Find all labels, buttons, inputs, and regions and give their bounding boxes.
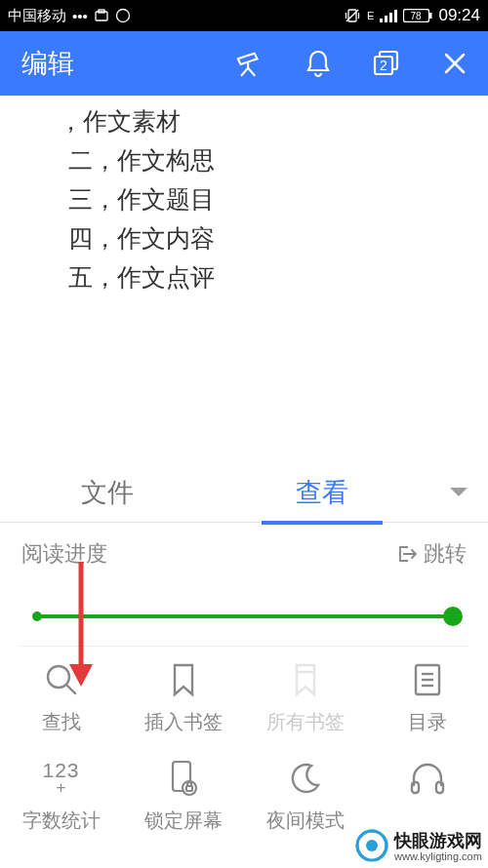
telescope-icon[interactable] <box>234 48 265 79</box>
battery-icon: 78 <box>403 9 432 22</box>
svg-text:2: 2 <box>380 58 387 73</box>
screenshot-icon <box>94 8 109 23</box>
svg-line-15 <box>242 68 249 76</box>
svg-rect-10 <box>394 10 397 22</box>
content-line: 四，作文内容 <box>68 218 488 257</box>
grid-word-count[interactable]: 123 + 字数统计 <box>0 759 122 834</box>
close-icon[interactable] <box>439 48 470 79</box>
tools-grid: 查找 插入书签 所有书签 目录 123 + 字数统计 <box>0 647 488 834</box>
grid-toc-label: 目录 <box>408 709 447 735</box>
list-icon <box>408 660 447 699</box>
grid-night-mode-label: 夜间模式 <box>266 808 345 834</box>
grid-headphones[interactable] <box>366 759 488 834</box>
content-line: 二，作文构思 <box>68 140 488 179</box>
grid-lock-screen[interactable]: 锁定屏幕 <box>122 759 244 834</box>
headphones-icon <box>408 759 447 798</box>
compass-icon <box>115 8 131 23</box>
lock-screen-icon <box>164 759 203 798</box>
tab-view[interactable]: 查看 <box>215 475 429 510</box>
watermark-logo-icon <box>355 829 388 862</box>
windows-icon[interactable]: 2 <box>371 48 402 79</box>
content-line: ，作文素材 <box>59 101 488 140</box>
svg-line-23 <box>67 686 75 693</box>
jump-label: 跳转 <box>424 539 467 569</box>
svg-rect-33 <box>436 782 443 793</box>
tab-collapse-icon[interactable] <box>429 486 488 499</box>
reading-progress-row: 阅读进度 跳转 <box>0 523 488 585</box>
grid-toc[interactable]: 目录 <box>366 660 488 735</box>
bookmark-icon <box>164 660 203 699</box>
watermark-url: www.kyligting.com <box>394 850 482 862</box>
slider-track <box>35 614 453 618</box>
bell-icon[interactable] <box>303 48 334 79</box>
svg-point-37 <box>366 840 378 851</box>
jump-button[interactable]: 跳转 <box>396 539 467 569</box>
grid-word-count-label: 字数统计 <box>22 808 101 834</box>
status-bar: 中国移动 ••• E 78 09:24 <box>0 0 488 31</box>
slider-start-dot <box>32 612 42 621</box>
grid-insert-bookmark-label: 插入书签 <box>144 709 223 735</box>
signal-icon <box>380 9 397 22</box>
app-header: 编辑 2 <box>0 31 488 96</box>
vibrate-icon <box>344 8 361 23</box>
svg-text:78: 78 <box>411 11 423 21</box>
grid-all-bookmarks-label: 所有书签 <box>266 709 345 735</box>
svg-rect-8 <box>385 16 387 22</box>
content-line: 三，作文题目 <box>68 179 488 218</box>
clock-label: 09:24 <box>438 6 480 25</box>
svg-rect-9 <box>389 13 392 22</box>
search-icon <box>42 660 81 699</box>
content-line: 五，作文点评 <box>68 257 488 296</box>
grid-insert-bookmark[interactable]: 插入书签 <box>122 660 244 735</box>
watermark: 快眼游戏网 www.kyligting.com <box>355 829 482 862</box>
word-count-icon: 123 + <box>42 759 81 798</box>
svg-point-2 <box>116 10 129 22</box>
svg-rect-32 <box>412 782 419 793</box>
network-type-label: E <box>367 10 374 21</box>
svg-rect-12 <box>429 13 432 19</box>
grid-search-label: 查找 <box>42 709 81 735</box>
moon-icon <box>286 759 325 798</box>
slider-thumb[interactable] <box>443 607 463 626</box>
more-dots-icon: ••• <box>72 8 88 24</box>
tab-file[interactable]: 文件 <box>0 475 215 510</box>
carrier-label: 中国移动 <box>8 7 66 25</box>
document-content[interactable]: ，作文素材 二，作文构思 三，作文题目 四，作文内容 五，作文点评 <box>0 96 488 296</box>
grid-all-bookmarks[interactable]: 所有书签 <box>244 660 366 735</box>
bottom-tabs: 文件 查看 <box>0 462 488 523</box>
grid-lock-screen-label: 锁定屏幕 <box>144 808 223 834</box>
reading-progress-label: 阅读进度 <box>21 539 107 569</box>
header-title: 编辑 <box>21 46 74 81</box>
progress-slider[interactable] <box>0 585 488 646</box>
svg-point-22 <box>48 666 69 688</box>
grid-search[interactable]: 查找 <box>0 660 122 735</box>
watermark-title: 快眼游戏网 <box>394 829 482 852</box>
svg-rect-7 <box>380 19 383 22</box>
bookmark-filled-icon <box>286 660 325 699</box>
svg-line-16 <box>248 68 255 76</box>
grid-night-mode[interactable]: 夜间模式 <box>244 759 366 834</box>
grid-headphones-label <box>425 808 430 830</box>
